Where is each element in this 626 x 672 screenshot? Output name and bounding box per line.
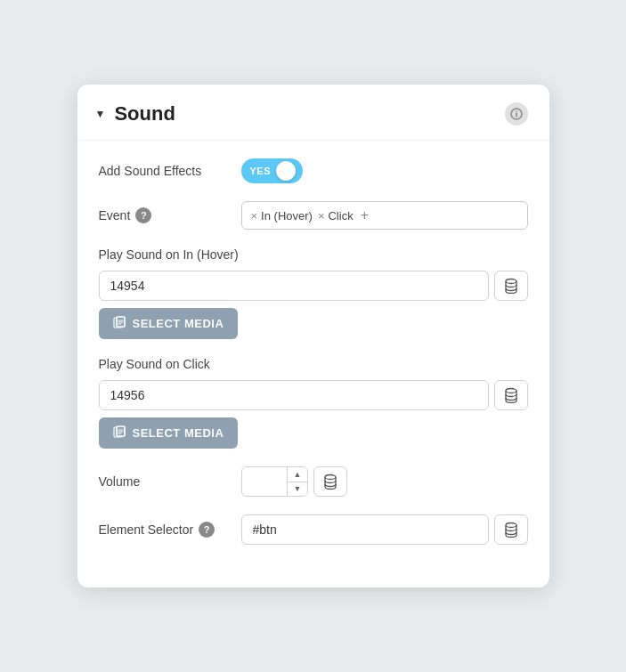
event-tags-container: × In (Hover) × Click + (241, 201, 528, 230)
element-selector-section: Element Selector ? (99, 514, 528, 545)
play-sound-click-input-row (99, 380, 528, 410)
add-sound-effects-toggle[interactable]: YES (241, 158, 304, 183)
chevron-icon[interactable]: ▼ (95, 108, 106, 120)
svg-point-2 (506, 279, 516, 284)
tag-click-remove[interactable]: × (318, 209, 325, 223)
play-sound-click-label: Play Sound on Click (99, 357, 528, 371)
volume-db-btn[interactable] (313, 466, 347, 497)
play-sound-hover-section: Play Sound on In (Hover) (99, 247, 528, 339)
play-sound-click-db-btn[interactable] (494, 380, 528, 410)
add-sound-effects-row: Add Sound Effects YES (99, 158, 528, 183)
tag-click-label: Click (328, 209, 353, 223)
toggle-yes-label: YES (250, 166, 272, 176)
play-sound-hover-input-row (99, 271, 528, 301)
event-help-icon[interactable]: ? (135, 207, 151, 223)
element-selector-input[interactable] (241, 514, 489, 545)
volume-increment-btn[interactable]: ▲ (288, 467, 308, 482)
panel-title: Sound (114, 102, 175, 125)
volume-spin-buttons: ▲ ▼ (287, 467, 308, 496)
select-media-click-btn[interactable]: SELECT MEDIA (99, 417, 239, 449)
volume-decrement-btn[interactable]: ▼ (288, 482, 308, 497)
play-sound-click-input[interactable] (99, 380, 489, 410)
tag-hover-remove[interactable]: × (251, 209, 258, 223)
element-selector-input-wrap (241, 514, 528, 545)
sound-panel: ▼ Sound Add Sound Effects YES Event (77, 85, 549, 587)
select-media-hover-label: SELECT MEDIA (133, 317, 224, 330)
panel-header: ▼ Sound (77, 85, 549, 141)
volume-label: Volume (99, 474, 241, 489)
event-row: Event ? × In (Hover) × Click + (99, 201, 528, 230)
select-media-click-label: SELECT MEDIA (133, 426, 224, 440)
svg-point-6 (506, 389, 516, 393)
svg-point-1 (516, 110, 517, 112)
add-sound-effects-label: Add Sound Effects (99, 164, 241, 178)
select-media-click-icon (113, 425, 126, 441)
panel-body: Add Sound Effects YES Event ? × In (Hove… (77, 141, 549, 563)
volume-section: Volume ▲ ▼ (99, 466, 528, 497)
select-media-hover-icon (113, 316, 126, 331)
event-tag-hover: × In (Hover) (251, 209, 313, 223)
play-sound-click-section: Play Sound on Click (99, 357, 528, 449)
select-media-hover-btn[interactable]: SELECT MEDIA (99, 308, 239, 339)
element-selector-help-icon[interactable]: ? (199, 522, 215, 538)
event-tag-click: × Click (318, 209, 354, 223)
tag-hover-label: In (Hover) (261, 209, 313, 223)
toggle-knob (276, 161, 296, 181)
play-sound-hover-db-btn[interactable] (494, 271, 528, 301)
element-selector-label: Element Selector ? (99, 522, 241, 538)
panel-info-icon[interactable] (505, 102, 528, 125)
volume-input[interactable] (242, 467, 287, 496)
event-tag-add[interactable]: + (359, 207, 370, 223)
volume-input-wrap: ▲ ▼ (241, 466, 348, 497)
element-selector-db-btn[interactable] (494, 514, 528, 545)
panel-header-left: ▼ Sound (95, 102, 175, 125)
volume-spinner: ▲ ▼ (241, 466, 309, 497)
play-sound-hover-input[interactable] (99, 271, 489, 301)
svg-point-11 (506, 523, 516, 528)
play-sound-hover-label: Play Sound on In (Hover) (99, 247, 528, 262)
event-label: Event ? (99, 207, 241, 223)
svg-point-10 (325, 475, 336, 480)
